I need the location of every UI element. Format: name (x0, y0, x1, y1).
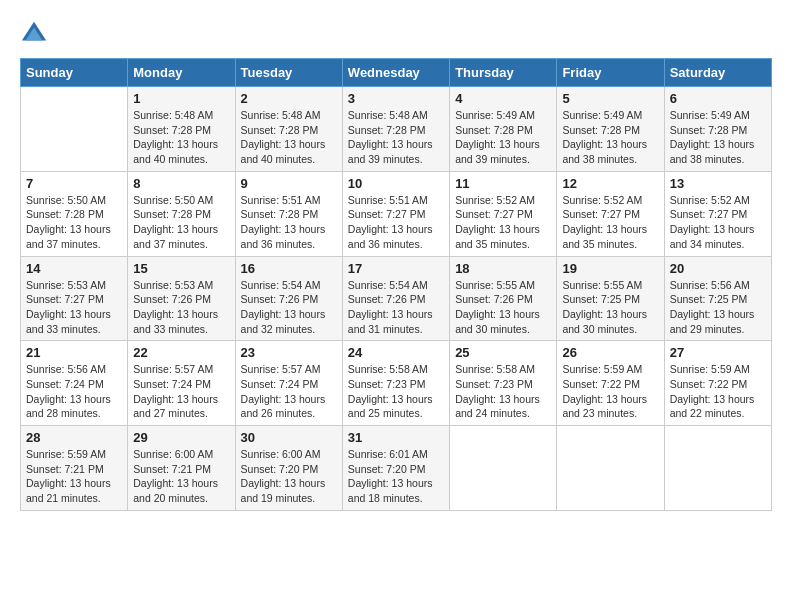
calendar-cell: 26Sunrise: 5:59 AM Sunset: 7:22 PM Dayli… (557, 341, 664, 426)
calendar-cell: 6Sunrise: 5:49 AM Sunset: 7:28 PM Daylig… (664, 87, 771, 172)
day-number: 26 (562, 345, 658, 360)
logo-icon (20, 20, 48, 48)
day-number: 15 (133, 261, 229, 276)
day-number: 21 (26, 345, 122, 360)
day-info: Sunrise: 5:54 AM Sunset: 7:26 PM Dayligh… (241, 278, 337, 337)
calendar-header-row: SundayMondayTuesdayWednesdayThursdayFrid… (21, 59, 772, 87)
day-number: 8 (133, 176, 229, 191)
calendar-cell: 11Sunrise: 5:52 AM Sunset: 7:27 PM Dayli… (450, 171, 557, 256)
calendar-cell: 27Sunrise: 5:59 AM Sunset: 7:22 PM Dayli… (664, 341, 771, 426)
day-number: 4 (455, 91, 551, 106)
calendar-cell: 7Sunrise: 5:50 AM Sunset: 7:28 PM Daylig… (21, 171, 128, 256)
day-number: 1 (133, 91, 229, 106)
calendar-cell: 22Sunrise: 5:57 AM Sunset: 7:24 PM Dayli… (128, 341, 235, 426)
day-info: Sunrise: 5:58 AM Sunset: 7:23 PM Dayligh… (455, 362, 551, 421)
day-number: 11 (455, 176, 551, 191)
calendar-table: SundayMondayTuesdayWednesdayThursdayFrid… (20, 58, 772, 511)
calendar-cell: 15Sunrise: 5:53 AM Sunset: 7:26 PM Dayli… (128, 256, 235, 341)
day-number: 23 (241, 345, 337, 360)
calendar-cell: 16Sunrise: 5:54 AM Sunset: 7:26 PM Dayli… (235, 256, 342, 341)
calendar-cell: 4Sunrise: 5:49 AM Sunset: 7:28 PM Daylig… (450, 87, 557, 172)
day-info: Sunrise: 5:51 AM Sunset: 7:28 PM Dayligh… (241, 193, 337, 252)
header-thursday: Thursday (450, 59, 557, 87)
calendar-cell (557, 426, 664, 511)
day-info: Sunrise: 5:48 AM Sunset: 7:28 PM Dayligh… (348, 108, 444, 167)
calendar-cell: 14Sunrise: 5:53 AM Sunset: 7:27 PM Dayli… (21, 256, 128, 341)
calendar-cell: 31Sunrise: 6:01 AM Sunset: 7:20 PM Dayli… (342, 426, 449, 511)
day-info: Sunrise: 6:01 AM Sunset: 7:20 PM Dayligh… (348, 447, 444, 506)
calendar-cell: 29Sunrise: 6:00 AM Sunset: 7:21 PM Dayli… (128, 426, 235, 511)
day-number: 20 (670, 261, 766, 276)
day-info: Sunrise: 5:58 AM Sunset: 7:23 PM Dayligh… (348, 362, 444, 421)
calendar-week-row: 14Sunrise: 5:53 AM Sunset: 7:27 PM Dayli… (21, 256, 772, 341)
day-info: Sunrise: 5:55 AM Sunset: 7:26 PM Dayligh… (455, 278, 551, 337)
calendar-cell: 24Sunrise: 5:58 AM Sunset: 7:23 PM Dayli… (342, 341, 449, 426)
header-tuesday: Tuesday (235, 59, 342, 87)
day-number: 3 (348, 91, 444, 106)
day-number: 10 (348, 176, 444, 191)
day-number: 13 (670, 176, 766, 191)
calendar-cell: 30Sunrise: 6:00 AM Sunset: 7:20 PM Dayli… (235, 426, 342, 511)
calendar-cell: 2Sunrise: 5:48 AM Sunset: 7:28 PM Daylig… (235, 87, 342, 172)
day-number: 6 (670, 91, 766, 106)
calendar-cell: 10Sunrise: 5:51 AM Sunset: 7:27 PM Dayli… (342, 171, 449, 256)
day-info: Sunrise: 5:57 AM Sunset: 7:24 PM Dayligh… (241, 362, 337, 421)
calendar-cell: 13Sunrise: 5:52 AM Sunset: 7:27 PM Dayli… (664, 171, 771, 256)
day-info: Sunrise: 5:56 AM Sunset: 7:24 PM Dayligh… (26, 362, 122, 421)
header-saturday: Saturday (664, 59, 771, 87)
day-info: Sunrise: 5:52 AM Sunset: 7:27 PM Dayligh… (455, 193, 551, 252)
day-number: 2 (241, 91, 337, 106)
day-info: Sunrise: 5:48 AM Sunset: 7:28 PM Dayligh… (241, 108, 337, 167)
day-info: Sunrise: 5:48 AM Sunset: 7:28 PM Dayligh… (133, 108, 229, 167)
day-info: Sunrise: 5:51 AM Sunset: 7:27 PM Dayligh… (348, 193, 444, 252)
day-number: 5 (562, 91, 658, 106)
calendar-cell: 3Sunrise: 5:48 AM Sunset: 7:28 PM Daylig… (342, 87, 449, 172)
day-number: 14 (26, 261, 122, 276)
day-info: Sunrise: 5:55 AM Sunset: 7:25 PM Dayligh… (562, 278, 658, 337)
calendar-cell: 8Sunrise: 5:50 AM Sunset: 7:28 PM Daylig… (128, 171, 235, 256)
day-number: 31 (348, 430, 444, 445)
day-info: Sunrise: 5:49 AM Sunset: 7:28 PM Dayligh… (670, 108, 766, 167)
day-info: Sunrise: 5:52 AM Sunset: 7:27 PM Dayligh… (562, 193, 658, 252)
calendar-cell (664, 426, 771, 511)
header-friday: Friday (557, 59, 664, 87)
day-number: 30 (241, 430, 337, 445)
header-sunday: Sunday (21, 59, 128, 87)
day-number: 27 (670, 345, 766, 360)
calendar-cell: 17Sunrise: 5:54 AM Sunset: 7:26 PM Dayli… (342, 256, 449, 341)
calendar-cell: 12Sunrise: 5:52 AM Sunset: 7:27 PM Dayli… (557, 171, 664, 256)
day-info: Sunrise: 5:49 AM Sunset: 7:28 PM Dayligh… (562, 108, 658, 167)
calendar-cell (21, 87, 128, 172)
calendar-cell: 23Sunrise: 5:57 AM Sunset: 7:24 PM Dayli… (235, 341, 342, 426)
day-info: Sunrise: 5:53 AM Sunset: 7:26 PM Dayligh… (133, 278, 229, 337)
day-number: 18 (455, 261, 551, 276)
day-number: 19 (562, 261, 658, 276)
calendar-week-row: 21Sunrise: 5:56 AM Sunset: 7:24 PM Dayli… (21, 341, 772, 426)
header-wednesday: Wednesday (342, 59, 449, 87)
day-info: Sunrise: 5:49 AM Sunset: 7:28 PM Dayligh… (455, 108, 551, 167)
day-info: Sunrise: 5:54 AM Sunset: 7:26 PM Dayligh… (348, 278, 444, 337)
day-number: 24 (348, 345, 444, 360)
calendar-cell (450, 426, 557, 511)
calendar-week-row: 7Sunrise: 5:50 AM Sunset: 7:28 PM Daylig… (21, 171, 772, 256)
day-info: Sunrise: 5:57 AM Sunset: 7:24 PM Dayligh… (133, 362, 229, 421)
day-number: 16 (241, 261, 337, 276)
day-info: Sunrise: 6:00 AM Sunset: 7:20 PM Dayligh… (241, 447, 337, 506)
day-info: Sunrise: 5:59 AM Sunset: 7:21 PM Dayligh… (26, 447, 122, 506)
calendar-cell: 5Sunrise: 5:49 AM Sunset: 7:28 PM Daylig… (557, 87, 664, 172)
calendar-cell: 18Sunrise: 5:55 AM Sunset: 7:26 PM Dayli… (450, 256, 557, 341)
day-number: 9 (241, 176, 337, 191)
day-number: 12 (562, 176, 658, 191)
day-info: Sunrise: 5:52 AM Sunset: 7:27 PM Dayligh… (670, 193, 766, 252)
calendar-week-row: 1Sunrise: 5:48 AM Sunset: 7:28 PM Daylig… (21, 87, 772, 172)
day-info: Sunrise: 5:56 AM Sunset: 7:25 PM Dayligh… (670, 278, 766, 337)
day-info: Sunrise: 5:50 AM Sunset: 7:28 PM Dayligh… (26, 193, 122, 252)
calendar-cell: 20Sunrise: 5:56 AM Sunset: 7:25 PM Dayli… (664, 256, 771, 341)
calendar-week-row: 28Sunrise: 5:59 AM Sunset: 7:21 PM Dayli… (21, 426, 772, 511)
day-info: Sunrise: 5:50 AM Sunset: 7:28 PM Dayligh… (133, 193, 229, 252)
day-info: Sunrise: 6:00 AM Sunset: 7:21 PM Dayligh… (133, 447, 229, 506)
day-number: 28 (26, 430, 122, 445)
logo (20, 20, 56, 48)
page-header (20, 20, 772, 48)
calendar-cell: 21Sunrise: 5:56 AM Sunset: 7:24 PM Dayli… (21, 341, 128, 426)
